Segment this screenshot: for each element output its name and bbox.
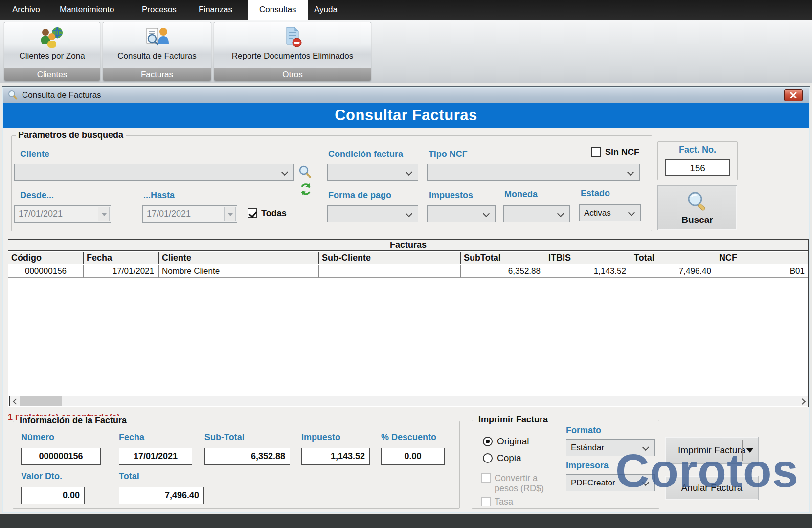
buscar-button[interactable]: Buscar [657,185,737,230]
impuestos-combo[interactable] [427,205,496,222]
estado-label: Estado [581,188,610,198]
descuento-label: % Descuento [381,432,436,442]
descuento-value[interactable]: 0.00 [381,448,445,465]
copia-radio-label: Copia [497,453,521,463]
tipo-ncf-combo[interactable] [427,164,640,181]
print-groupbox: Imprimir Factura Original Copia Converti… [472,420,659,509]
valor-dto-label: Valor Dto. [21,471,62,482]
impresora-combo-value: PDFCreator [571,475,615,491]
facturas-table-title: Facturas [8,240,808,251]
copia-radio[interactable]: Copia [483,453,521,463]
subtotal-value[interactable]: 6,352.88 [204,448,290,465]
convertir-pesos-checkbox-box [481,473,491,483]
moneda-combo[interactable] [503,205,570,222]
window-titlebar[interactable]: Consulta de Facturas [3,88,809,103]
total-value[interactable]: 7,496.40 [119,487,204,504]
original-radio[interactable]: Original [483,436,529,447]
fecha-value[interactable]: 17/01/2021 [119,448,192,465]
invoice-info-groupbox: Información de la Factura Número Fecha S… [13,421,460,509]
page-header-band: Consultar Facturas [3,103,809,128]
cell-fecha: 17/01/2021 [84,265,159,278]
cliente-combo[interactable] [14,164,294,181]
cliente-label: Cliente [20,149,49,159]
ribbon-group-clientes: Clientes por Zona Clientes [4,22,100,81]
original-radio-circle [483,437,493,446]
sin-ncf-checkbox[interactable]: Sin NCF [591,147,639,157]
ribbon-group-facturas: Consulta de Facturas Facturas [103,22,211,81]
imprimir-factura-button[interactable]: Imprimir Factura [665,437,759,464]
impuestos-label: Impuestos [429,190,473,200]
col-codigo[interactable]: Código [8,252,84,264]
original-radio-label: Original [497,436,529,447]
estado-combo[interactable]: Activas [579,204,641,221]
formato-combo-value: Estándar [571,440,604,456]
menu-consultas[interactable]: Consultas [248,0,308,20]
refresh-icon[interactable] [299,182,313,196]
col-sub-cliente[interactable]: Sub-Cliente [319,252,461,264]
col-fecha[interactable]: Fecha [84,252,159,264]
menu-mantenimiento[interactable]: Mantenimiento [60,0,114,20]
col-ncf[interactable]: NCF [716,252,809,264]
forma-pago-combo[interactable] [327,205,418,222]
hasta-datepicker[interactable]: 17/01/2021 [142,205,237,223]
numero-label: Número [21,432,54,442]
fact-no-input[interactable]: 156 [665,159,730,176]
deleted-documents-icon [282,26,303,50]
valor-dto-value[interactable]: 0.00 [21,487,85,504]
tasa-checkbox[interactable]: Tasa [481,497,513,507]
tasa-checkbox-box [481,497,491,506]
search-params-title: Parámetros de búsqueda [16,130,126,140]
screen: Archivo Mantenimiento Procesos Finanzas … [0,0,812,528]
print-group-title: Imprimir Factura [476,415,550,425]
desde-value: 17/01/2021 [19,206,63,222]
close-icon [790,92,797,98]
scroll-left-icon[interactable] [9,396,19,406]
col-cliente[interactable]: Cliente [159,252,319,264]
bottom-strip [0,514,812,528]
menu-finanzas[interactable]: Finanzas [199,0,232,20]
sin-ncf-checkbox-label: Sin NCF [605,147,639,157]
anular-factura-label: Anular Factura [681,483,743,493]
clientes-por-zona-button[interactable]: Clientes por Zona [4,22,100,68]
search-client-icon[interactable] [298,165,313,180]
close-button[interactable] [784,89,803,101]
table-row[interactable]: 000000156 17/01/2021 Nombre Cliente 6,35… [8,265,808,278]
todas-checkbox[interactable]: Todas [248,208,287,219]
ribbon-group-caption: Otros [214,68,371,81]
todas-checkbox-label: Todas [261,208,287,219]
split-separator [742,440,743,461]
col-itbis[interactable]: ITBIS [545,252,631,264]
scrollbar-thumb[interactable] [20,396,62,406]
horizontal-scrollbar[interactable] [9,396,808,406]
menu-archivo[interactable]: Archivo [12,0,40,20]
window-title: Consulta de Facturas [22,90,101,100]
col-total[interactable]: Total [631,252,716,264]
print-dropdown-arrow-icon[interactable] [746,448,753,453]
desde-label: Desde... [20,190,54,200]
menu-ayuda[interactable]: Ayuda [314,0,338,20]
consulta-facturas-button[interactable]: Consulta de Facturas [103,22,211,68]
impuesto-value[interactable]: 1,143.52 [301,448,370,465]
convertir-pesos-checkbox[interactable]: Convertir a pesos (RD$) [481,473,544,494]
fact-no-label: Fact. No. [658,145,737,155]
col-subtotal[interactable]: SubTotal [461,252,545,264]
impresora-combo[interactable]: PDFCreator [566,474,655,491]
anular-factura-button[interactable]: Anular Factura [665,476,759,500]
clients-by-zone-icon [39,26,66,50]
desde-datepicker[interactable]: 17/01/2021 [14,205,111,223]
ribbon-group-otros: Reporte Documentos Eliminados Otros [214,22,371,81]
formato-combo[interactable]: Estándar [566,439,655,456]
estado-combo-value: Activas [584,205,611,221]
numero-value[interactable]: 000000156 [21,448,101,465]
hasta-label: ...Hasta [143,190,175,200]
hasta-dropdown-arrow-icon [224,207,236,221]
todas-checkbox-box [248,208,257,218]
cell-cliente: Nombre Cliente [159,265,319,278]
reporte-documentos-eliminados-button[interactable]: Reporte Documentos Eliminados [214,22,371,68]
scroll-right-icon[interactable] [798,396,808,406]
menu-procesos[interactable]: Procesos [142,0,177,20]
page-title: Consultar Facturas [335,107,477,124]
condicion-factura-combo[interactable] [327,164,418,181]
tasa-checkbox-label: Tasa [495,497,513,507]
desde-dropdown-arrow-icon [98,207,110,221]
